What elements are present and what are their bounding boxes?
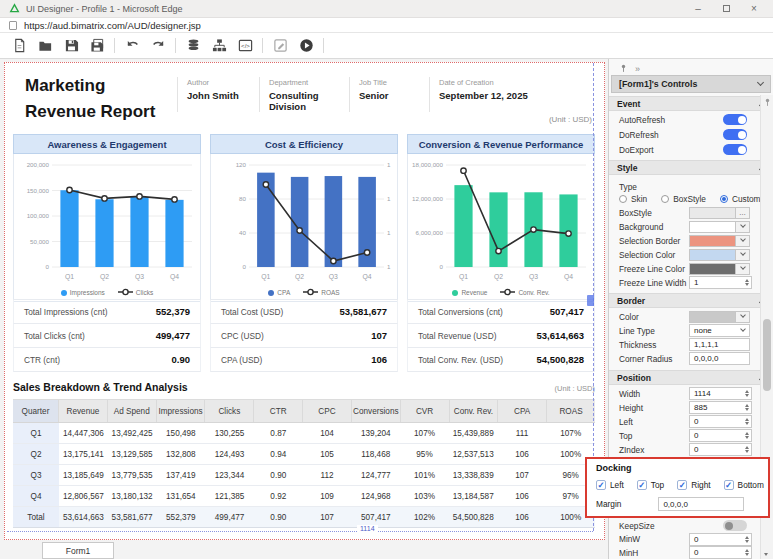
spinner-arrows[interactable] [745,418,749,425]
text-input[interactable]: 1,1,1,1 [689,338,750,351]
number-input[interactable]: 0 [689,443,752,456]
number-input[interactable]: 0 [689,429,752,442]
color-swatch[interactable] [689,249,736,261]
dropdown-button[interactable] [736,311,750,323]
sales-table[interactable]: QuarterRevenueAd SpendImpressionsClicksC… [13,399,595,528]
report-meta-item: Date of CreationSeptember 12, 2025 [429,77,559,112]
spinner-arrows[interactable] [745,279,749,286]
spin-down-icon[interactable] [745,450,749,453]
stats-column-3[interactable]: Total Conversions (cnt)507,417Total Reve… [407,299,595,372]
dropdown-select[interactable]: none [689,324,750,337]
table-row[interactable]: Q213,175,14113,129,585132,808124,4930.94… [13,444,595,465]
color-swatch[interactable] [689,311,736,323]
spin-up-icon[interactable] [745,279,749,282]
scroll-pin-icon[interactable] [763,97,772,108]
run-icon[interactable] [297,37,315,55]
color-swatch[interactable] [689,235,736,247]
spin-up-icon[interactable] [745,549,749,552]
spinner-arrows[interactable] [745,404,749,411]
spin-down-icon[interactable] [745,394,749,397]
section-header-event[interactable]: Event [609,96,773,111]
spin-down-icon[interactable] [745,540,749,543]
section-header-style[interactable]: Style [609,160,773,175]
controls-header[interactable]: [Form1]'s Controls [611,75,771,93]
doexport-toggle[interactable] [723,144,747,155]
spinner-arrows[interactable] [745,432,749,439]
table-row[interactable]: Total53,614,66353,581,677552,379499,4770… [13,507,595,528]
close-button[interactable]: × [749,3,759,14]
spinner-arrows[interactable] [745,549,749,556]
spin-down-icon[interactable] [745,553,749,556]
undo-icon[interactable] [123,37,141,55]
spin-up-icon[interactable] [745,418,749,421]
autorefresh-toggle[interactable] [723,114,747,125]
spin-up-icon[interactable] [745,404,749,407]
form-tab[interactable]: Form1 [42,542,114,559]
form-canvas[interactable]: Marketing Revenue Report AuthorJohn Smit… [4,62,605,540]
minimize-button[interactable]: – [693,3,703,14]
edit-icon[interactable] [271,37,289,55]
spin-down-icon[interactable] [745,436,749,439]
redo-icon[interactable] [149,37,167,55]
docking-checkbox-bottom[interactable]: ✓Bottom [724,480,764,490]
spin-down-icon[interactable] [745,283,749,286]
keepsize-toggle[interactable] [723,520,747,531]
address-bar[interactable]: https://aud.bimatrix.com/AUD/designer.js… [0,18,773,33]
number-input[interactable]: 1114 [689,387,752,400]
docking-checkbox-right[interactable]: ✓Right [677,480,710,490]
code-view-icon[interactable]: </> [236,37,254,55]
dropdown-button[interactable] [736,249,750,261]
radio-option-boxstyle[interactable]: BoxStyle [661,194,706,204]
chart-card-1[interactable]: Awareness & Engagement050,000100,000150,… [13,134,201,302]
docking-checkbox-top[interactable]: ✓Top [637,480,664,490]
dropdown-button[interactable] [736,221,750,233]
dorefresh-toggle[interactable] [723,129,747,140]
spin-down-icon[interactable] [745,408,749,411]
data-source-icon[interactable] [184,37,202,55]
spin-up-icon[interactable] [745,446,749,449]
spin-up-icon[interactable] [745,536,749,539]
dropdown-button[interactable] [736,263,750,275]
save-all-icon[interactable] [88,37,106,55]
chart-card-2[interactable]: Cost & Efficiency014018011201Q1Q2Q3Q4CPA… [210,134,398,302]
number-input[interactable]: 885 [689,401,752,414]
section-header-position[interactable]: Position [609,370,773,385]
number-input[interactable]: 1 [689,276,752,289]
pin-icon[interactable] [619,63,628,74]
ellipsis-button[interactable]: … [736,207,750,219]
chart-card-3[interactable]: Conversion & Revenue Performance06,000,0… [407,134,595,302]
collapse-panel-icon[interactable]: » [635,64,640,74]
table-row[interactable]: Q114,447,30613,492,425150,498130,2550.87… [13,423,595,444]
resize-handle-icon[interactable] [587,295,594,306]
color-swatch[interactable] [689,263,736,275]
margin-input[interactable]: 0,0,0,0 [658,497,744,511]
number-input[interactable]: 0 [689,415,752,428]
scrollbar-thumb[interactable] [763,319,771,391]
radio-option-custom[interactable]: Custom [720,194,761,204]
spin-up-icon[interactable] [745,390,749,393]
stats-column-1[interactable]: Total Impressions (cnt)552,379Total Clic… [13,299,201,372]
section-header-border[interactable]: Border [609,293,773,308]
save-icon[interactable] [62,37,80,55]
color-swatch[interactable] [689,207,736,219]
spin-up-icon[interactable] [745,432,749,435]
table-row[interactable]: Q412,806,56713,180,132131,654121,3850.92… [13,486,595,507]
open-folder-icon[interactable] [36,37,54,55]
color-swatch[interactable] [689,221,736,233]
spin-down-icon[interactable] [745,422,749,425]
maximize-button[interactable] [721,3,731,14]
spinner-arrows[interactable] [745,536,749,543]
docking-checkbox-left[interactable]: ✓Left [596,480,624,490]
new-document-icon[interactable] [10,37,28,55]
spinner-arrows[interactable] [745,446,749,453]
spinner-arrows[interactable] [745,390,749,397]
hierarchy-icon[interactable] [210,37,228,55]
radio-option-skin[interactable]: Skin [619,194,647,204]
number-input[interactable]: 0 [689,533,752,546]
stats-column-2[interactable]: Total Cost (USD)53,581,677CPC (USD)107CP… [210,299,398,372]
dropdown-button[interactable] [736,235,750,247]
scroll-down-icon[interactable] [764,553,768,556]
text-input[interactable]: 0,0,0,0 [689,352,750,365]
table-row[interactable]: Q313,185,64913,779,535137,419123,3440.90… [13,465,595,486]
number-input[interactable]: 0 [689,546,752,559]
